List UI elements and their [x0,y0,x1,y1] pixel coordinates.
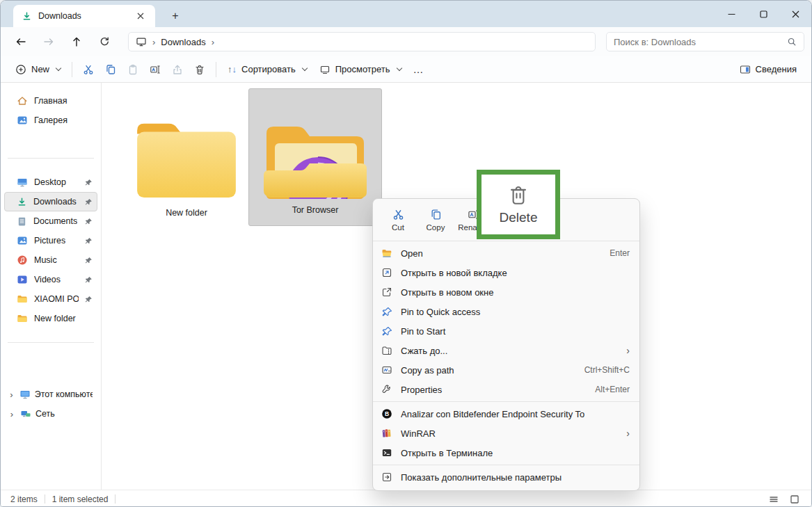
minimize-button[interactable] [715,1,747,27]
shortcut-label: Enter [610,248,630,258]
chevron-down-icon [396,65,401,71]
tor-browser-folder-icon [260,89,371,199]
desktop-icon [17,177,28,188]
file-tile-tor-browser[interactable]: Tor Browser [248,88,382,226]
sidebar-item-this-pc[interactable]: › Этот компьютер [4,385,97,404]
chevron-down-icon [56,65,61,71]
menu-item-winrar[interactable]: WinRAR › [373,424,639,443]
pictures-icon [17,235,28,246]
pin-icon [381,326,392,337]
command-toolbar: New ↑↓ Сортировать [1,56,811,83]
delete-button[interactable] [189,59,211,80]
forward-button[interactable] [38,32,59,51]
divider [8,158,94,159]
search-input[interactable] [614,37,787,47]
menu-item-bitdefender-scan[interactable]: B Analizar con Bitdefender Endpoint Secu… [373,404,639,424]
share-button[interactable] [166,59,189,80]
sidebar-item-downloads[interactable]: Downloads [4,192,97,211]
submenu-chevron-icon: › [626,345,630,356]
sidebar-item-xiaomi-poco[interactable]: XIAOMI POCO F [4,289,97,309]
pin-icon [85,276,93,284]
file-list-area[interactable]: New folder [102,83,811,490]
menu-item-properties[interactable]: Properties Alt+Enter [373,380,639,399]
music-icon [17,255,28,266]
breadcrumb[interactable]: Downloads [161,37,205,47]
menu-item-show-more-options[interactable]: Показать дополнительные параметры [373,467,639,487]
more-options-button[interactable]: … [408,63,430,75]
chevron-right-icon: › [152,37,155,47]
sidebar-item-pictures[interactable]: Pictures [4,231,97,250]
trash-icon [507,184,530,208]
menu-item-open-in-terminal[interactable]: Открыть в Терминале [373,443,639,462]
folder-open-icon [381,248,392,259]
divider [216,62,216,77]
copy-button[interactable] [99,59,122,80]
view-button[interactable]: Просмотреть [313,61,408,79]
items-count: 2 items [10,494,38,504]
up-button[interactable] [66,32,87,51]
menu-item-open-new-window[interactable]: Открыть в новом окне [373,282,639,302]
rename-button[interactable] [144,59,166,80]
menu-item-pin-to-start[interactable]: Pin to Start [373,321,639,341]
sidebar-item-network[interactable]: › Сеть [4,404,97,424]
sidebar-item-videos[interactable]: Videos [4,270,97,289]
delete-highlight-annotation[interactable]: Delete [477,170,560,239]
sort-icon: ↑↓ [228,65,237,74]
cut-button[interactable]: Cut [380,204,416,236]
file-tile-new-folder[interactable]: New folder [120,91,253,229]
large-icons-view-icon[interactable] [788,492,802,506]
menu-item-open[interactable]: Open Enter [373,243,639,263]
tab-label: Downloads [38,11,81,21]
cut-button[interactable] [77,59,99,80]
sidebar-item-documents[interactable]: Documents [4,211,97,231]
menu-item-copy-as-path[interactable]: Copy as path Ctrl+Shift+C [373,360,639,380]
expand-chevron-icon[interactable]: › [8,409,16,419]
plus-circle-icon [15,64,26,75]
refresh-icon[interactable] [94,32,115,51]
paste-button[interactable] [122,59,144,80]
back-button[interactable] [10,32,31,51]
open-new-window-icon [381,287,392,298]
close-button[interactable] [779,1,811,27]
divider [8,342,94,343]
expand-chevron-icon[interactable]: › [8,389,15,400]
search-icon[interactable] [787,37,797,47]
sidebar-item-new-folder[interactable]: New folder [4,309,97,328]
details-pane-button[interactable]: Сведения [733,61,803,79]
tab-close-icon[interactable] [133,8,148,24]
copy-icon [430,209,442,220]
divider [115,494,116,504]
sort-button[interactable]: ↑↓ Сортировать [221,61,313,78]
sidebar-item-desktop[interactable]: Desktop [4,172,97,192]
address-bar[interactable]: › Downloads › [128,32,596,51]
folder-icon [17,313,28,324]
sidebar-item-home[interactable]: Главная [4,91,97,111]
menu-item-pin-quick-access[interactable]: Pin to Quick access [373,302,639,321]
cut-icon [392,209,404,220]
network-icon [20,408,31,419]
open-new-tab-icon [381,267,392,278]
divider [373,401,639,402]
winrar-icon [381,428,392,439]
menu-item-open-new-tab[interactable]: Открыть в новой вкладке [373,263,639,282]
list-view-icon[interactable] [767,492,781,506]
sidebar-item-music[interactable]: Music [4,250,97,270]
maximize-button[interactable] [747,1,779,27]
shortcut-label: Ctrl+Shift+C [584,365,630,375]
pin-icon [85,198,93,206]
menu-item-compress-to[interactable]: Сжать до... › [373,341,639,360]
search-box[interactable] [606,32,804,51]
terminal-icon [381,447,392,458]
new-tab-button[interactable]: + [166,7,184,25]
this-pc-icon [19,389,31,400]
document-icon [17,216,27,227]
copy-button[interactable]: Copy [417,204,454,236]
chevron-right-icon[interactable]: › [212,37,214,47]
new-button[interactable]: New [9,61,67,79]
status-bar: 2 items 1 item selected [1,490,811,507]
sidebar-item-gallery[interactable]: Галерея [4,111,97,130]
context-menu: Cut Copy Rename [372,198,640,491]
chevron-down-icon [301,65,307,71]
tab-downloads[interactable]: Downloads [13,5,155,27]
window-controls [715,1,811,27]
